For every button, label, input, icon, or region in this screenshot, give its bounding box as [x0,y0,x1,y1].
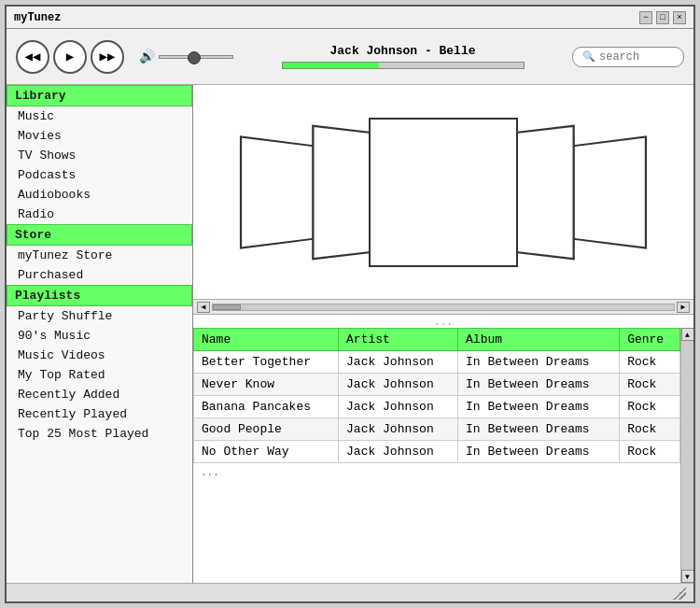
library-header: Library [7,85,192,106]
sidebar-item-music[interactable]: Music [7,106,192,126]
track-title: Jack Johnson - Belle [329,44,475,58]
progress-fill [283,63,379,68]
search-icon: 🔍 [582,50,595,63]
volume-knob[interactable] [188,51,201,64]
resize-handle[interactable] [673,587,686,600]
sidebar-item-movies[interactable]: Movies [7,126,192,146]
album-cover-far-left [240,135,316,249]
app-window: myTunez − □ × ◀◀ ▶ ▶▶ 🔊 Jack Johnso [5,5,695,603]
maximize-button[interactable]: □ [656,11,669,24]
table-cell: In Between Dreams [458,351,620,374]
search-area: 🔍 [572,47,684,67]
table-cell: No Other Way [194,441,339,463]
prev-icon: ◀◀ [25,49,41,64]
volume-slider[interactable] [159,55,233,59]
table-cell: Rock [620,418,680,441]
track-info: Jack Johnson - Belle [241,44,565,69]
play-button[interactable]: ▶ [53,40,87,74]
scroll-down-arrow[interactable]: ▼ [681,570,694,583]
search-input[interactable] [599,50,674,64]
table-cell: In Between Dreams [458,418,620,441]
next-button[interactable]: ▶▶ [91,40,124,74]
progress-bar[interactable] [282,62,525,69]
table-row[interactable]: No Other WayJack JohnsonIn Between Dream… [194,441,680,463]
col-name[interactable]: Name [194,329,339,351]
next-icon: ▶▶ [100,49,116,64]
table-cell: Rock [620,396,680,418]
table-row[interactable]: Better TogetherJack JohnsonIn Between Dr… [194,351,680,374]
scroll-left-arrow[interactable]: ◀ [197,302,210,313]
table-cell: Jack Johnson [339,418,458,441]
table-row[interactable]: Banana PancakesJack JohnsonIn Between Dr… [194,396,680,418]
tracklist-dots: ... [193,463,680,482]
table-cell: Jack Johnson [339,441,458,463]
carousel-scrollbar: ◀ ▶ [193,300,693,315]
table-cell: In Between Dreams [458,441,620,463]
volume-icon: 🔊 [139,49,155,64]
close-button[interactable]: × [673,11,686,24]
side-scroll-track[interactable] [681,341,693,570]
window-controls: − □ × [639,11,686,24]
transport-controls: ◀◀ ▶ ▶▶ [16,40,124,74]
album-cover-center[interactable] [369,118,518,267]
toolbar: ◀◀ ▶ ▶▶ 🔊 Jack Johnson - Belle 🔍 [7,29,693,85]
col-artist[interactable]: Artist [339,329,458,351]
table-cell: Never Know [194,374,339,396]
content-area: ◀ ▶ ... Name Artist Album [193,85,693,583]
sidebar-item-recently-added[interactable]: Recently Added [7,385,192,404]
carousel-area [193,85,693,300]
scroll-thumb[interactable] [213,304,241,310]
playlists-header: Playlists [7,285,192,306]
sidebar-item-my-top-rated[interactable]: My Top Rated [7,365,192,385]
prev-button[interactable]: ◀◀ [16,40,49,74]
scroll-track[interactable] [212,304,675,311]
album-covers [193,85,693,299]
sidebar-item-music-videos[interactable]: Music Videos [7,346,192,365]
tracklist-wrapper: Name Artist Album Genre Better TogetherJ… [193,328,693,583]
sidebar-item-tvshows[interactable]: TV Shows [7,146,192,165]
sidebar-item-top25[interactable]: Top 25 Most Played [7,424,192,444]
col-album[interactable]: Album [458,329,620,351]
titlebar: myTunez − □ × [7,7,693,29]
app-title: myTunez [14,11,61,24]
sidebar-item-podcasts[interactable]: Podcasts [7,165,192,185]
table-row[interactable]: Good PeopleJack JohnsonIn Between Dreams… [194,418,680,441]
table-cell: Jack Johnson [339,374,458,396]
sidebar-item-90s-music[interactable]: 90's Music [7,326,192,346]
table-cell: Rock [620,374,680,396]
table-cell: Rock [620,351,680,374]
table-cell: Jack Johnson [339,351,458,374]
table-cell: Better Together [194,351,339,374]
col-genre[interactable]: Genre [620,329,680,351]
table-cell: Rock [620,441,680,463]
tracklist-scroll: Name Artist Album Genre Better TogetherJ… [193,328,680,583]
album-cover-far-right [570,135,647,249]
sidebar-item-party-shuffle[interactable]: Party Shuffle [7,306,192,326]
sidebar-item-mytunez-store[interactable]: myTunez Store [7,246,192,265]
sidebar-item-audiobooks[interactable]: Audiobooks [7,185,192,205]
main-area: Library Music Movies TV Shows Podcasts A… [7,85,693,583]
scroll-up-arrow[interactable]: ▲ [681,328,694,341]
statusbar [7,583,693,601]
table-row[interactable]: Never KnowJack JohnsonIn Between DreamsR… [194,374,680,396]
sidebar-item-purchased[interactable]: Purchased [7,265,192,285]
side-scrollbar: ▲ ▼ [680,328,693,583]
minimize-button[interactable]: − [639,11,652,24]
table-cell: Banana Pancakes [194,396,339,418]
tracklist-table: Name Artist Album Genre Better TogetherJ… [193,328,680,463]
store-header: Store [7,224,192,246]
volume-control: 🔊 [139,49,233,64]
table-cell: Jack Johnson [339,396,458,418]
dots-separator: ... [193,315,693,328]
play-icon: ▶ [66,49,74,64]
table-cell: In Between Dreams [458,374,620,396]
table-cell: Good People [194,418,339,441]
table-cell: In Between Dreams [458,396,620,418]
sidebar-item-radio[interactable]: Radio [7,205,192,224]
sidebar-item-recently-played[interactable]: Recently Played [7,404,192,424]
sidebar: Library Music Movies TV Shows Podcasts A… [7,85,193,583]
search-box[interactable]: 🔍 [572,47,684,67]
scroll-right-arrow[interactable]: ▶ [677,302,690,313]
